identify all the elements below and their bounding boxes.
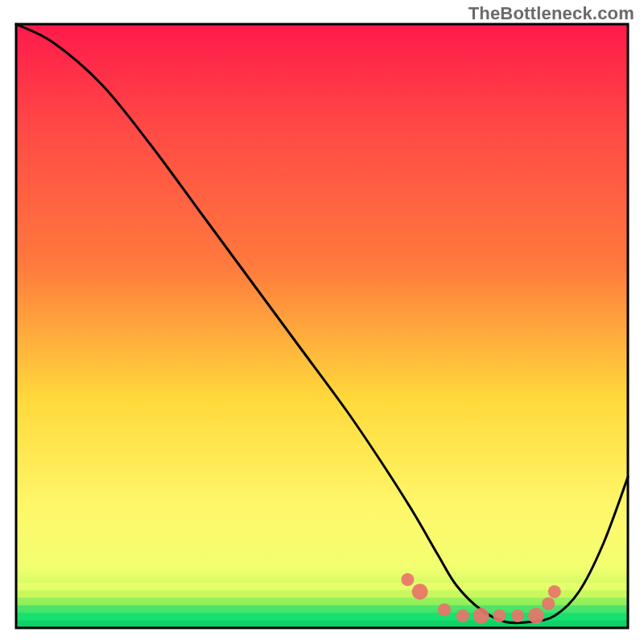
trough-dot — [511, 609, 524, 622]
trough-dot — [401, 573, 414, 586]
bottleneck-chart — [0, 0, 644, 644]
svg-rect-1 — [16, 590, 628, 598]
svg-rect-2 — [16, 598, 628, 606]
chart-container: TheBottleneck.com — [0, 0, 644, 644]
trough-dot — [493, 609, 506, 622]
gradient-background — [16, 24, 628, 628]
svg-rect-0 — [16, 583, 628, 591]
trough-dot — [412, 584, 428, 600]
trough-dot — [438, 604, 451, 617]
trough-dot — [542, 597, 555, 610]
trough-dot — [473, 608, 489, 624]
trough-dot — [548, 585, 561, 598]
watermark-label: TheBottleneck.com — [469, 3, 634, 24]
trough-dot — [528, 608, 544, 624]
trough-dot — [456, 609, 469, 622]
